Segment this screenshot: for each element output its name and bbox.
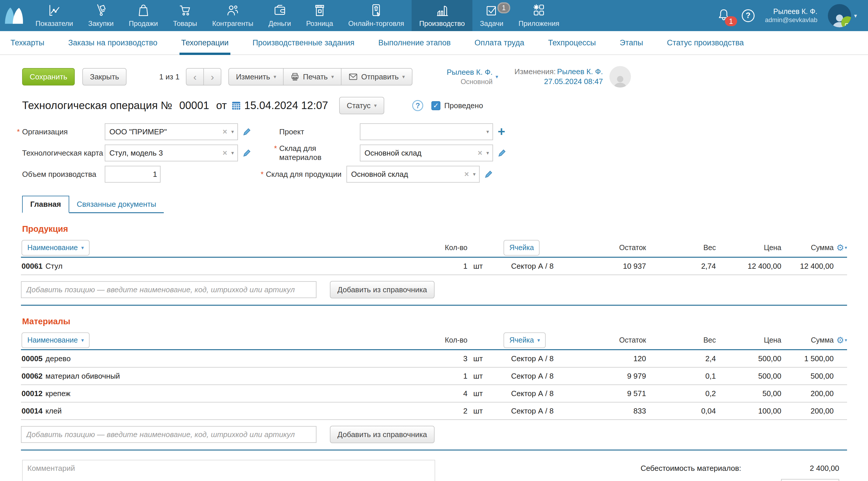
nav-item-online-trade[interactable]: Онлайн-торговля (341, 0, 412, 31)
product-code: 00061 (22, 262, 42, 270)
help-button[interactable]: ? (742, 9, 754, 22)
material-row[interactable]: 00012крепеж 4 шт Сектор А / 8 9 571 0,2 … (21, 385, 847, 403)
chevron-down-icon[interactable]: ▾ (473, 171, 475, 177)
products-cell-column-button[interactable]: Ячейка (503, 240, 539, 256)
materials-store-combobox[interactable]: Основной склад × ▾ (360, 145, 493, 161)
clear-icon[interactable]: × (222, 149, 227, 158)
chevron-down-icon: ▾ (331, 74, 334, 79)
materials-add-from-catalog-button[interactable]: Добавить из справочника (330, 426, 435, 443)
materials-cell-column-button[interactable]: Ячейка ▾ (503, 332, 546, 348)
chart-icon (47, 3, 62, 18)
posted-checkbox[interactable]: ✓ (431, 101, 440, 110)
tab-linked-documents[interactable]: Связанные документы (69, 196, 164, 212)
prev-document-button[interactable]: ‹ (186, 68, 204, 86)
posted-help-icon[interactable]: ? (412, 100, 423, 111)
materials-store-label: Склад для материалов (279, 144, 360, 162)
org-combobox[interactable]: ООО "ПРИМЕР" × ▾ (105, 123, 238, 140)
nav-item-retail[interactable]: Розница (299, 0, 341, 31)
org-edit-pencil-icon[interactable] (243, 127, 251, 136)
comment-textarea[interactable] (22, 460, 435, 481)
subnav-techcards[interactable]: Техкарты (10, 31, 44, 54)
material-unit: шт (467, 389, 492, 398)
print-dropdown-button[interactable]: Печать ▾ (283, 68, 341, 86)
production-cost-input[interactable] (781, 479, 839, 481)
products-store-edit-pencil-icon[interactable] (484, 170, 493, 179)
nav-item-apps[interactable]: Приложения (511, 0, 567, 31)
material-price: 50,00 (716, 389, 781, 398)
material-name: дерево (45, 354, 71, 363)
volume-input[interactable] (105, 166, 161, 183)
nav-label: Товары (173, 20, 197, 28)
subnav-labor-payment[interactable]: Оплата труда (474, 31, 524, 54)
materials-add-position-input[interactable] (21, 426, 316, 443)
products-name-column-button[interactable]: Наименование ▾ (22, 240, 90, 256)
notifications-button[interactable]: 1 (716, 7, 731, 24)
clear-icon[interactable]: × (464, 170, 469, 179)
tab-main[interactable]: Главная (22, 196, 69, 213)
owner-selector[interactable]: Рылеев К. Ф. Основной ▾ (447, 67, 498, 86)
moysklad-logo[interactable] (0, 0, 28, 31)
materials-store-edit-pencil-icon[interactable] (498, 149, 506, 157)
subnav-production-orders[interactable]: Заказы на производство (68, 31, 157, 54)
doc-datetime[interactable]: 15.04.2024 12:07 (244, 99, 328, 112)
products-add-from-catalog-button[interactable]: Добавить из справочника (330, 281, 435, 298)
nav-item-production[interactable]: Производство (412, 0, 472, 31)
chevron-down-icon[interactable]: ▾ (845, 245, 847, 250)
clear-icon[interactable]: × (222, 127, 227, 136)
table-settings-gear-icon[interactable]: ⚙ (836, 336, 844, 345)
chevron-down-icon[interactable]: ▾ (845, 337, 847, 343)
clear-icon[interactable]: × (477, 149, 482, 158)
chevron-down-icon[interactable]: ▾ (231, 129, 234, 134)
calendar-icon[interactable] (231, 101, 241, 110)
send-dropdown-button[interactable]: Отправить ▾ (341, 68, 412, 86)
tech-card-edit-pencil-icon[interactable] (243, 149, 251, 157)
chevron-down-icon[interactable]: ▾ (486, 150, 489, 156)
subnav-techprocesses[interactable]: Техпроцессы (548, 31, 596, 54)
changes-author-avatar (610, 66, 631, 88)
owner-name-link[interactable]: Рылеев К. Ф. (447, 67, 493, 77)
edit-dropdown-button[interactable]: Изменить ▾ (228, 68, 284, 86)
topnav-right: 1 ? Рылеев К. Ф. admin@sevkavlab ▾ (716, 0, 868, 31)
subnav-stage-execution[interactable]: Выполнение этапов (378, 31, 451, 54)
add-project-button[interactable]: + (498, 125, 505, 138)
material-row[interactable]: 00014клей 2 шт Сектор А / 8 833 0,04 100… (21, 403, 847, 420)
changes-author-link[interactable]: Рылеев К. Ф. (557, 67, 603, 76)
material-row[interactable]: 00062материал обивочный 1 шт Сектор А / … (21, 367, 847, 385)
changes-datetime-link[interactable]: 27.05.2024 08:47 (544, 77, 603, 86)
product-row[interactable]: 00061Стул 1 шт Сектор А / 8 10 937 2,74 … (21, 258, 847, 275)
user-block[interactable]: Рылеев К. Ф. admin@sevkavlab (765, 7, 817, 24)
subnav-production-status[interactable]: Статус производства (667, 31, 744, 54)
project-combobox[interactable]: ▾ (360, 123, 493, 140)
products-store-combobox[interactable]: Основной склад × ▾ (346, 166, 480, 183)
nav-item-counterparties[interactable]: Контрагенты (205, 0, 261, 31)
table-settings-gear-icon[interactable]: ⚙ (836, 244, 844, 252)
subnav-production-tasks[interactable]: Производственные задания (252, 31, 354, 54)
chevron-down-icon[interactable]: ▾ (231, 150, 234, 156)
user-avatar[interactable]: ▾ (828, 4, 857, 27)
material-row[interactable]: 00005дерево 3 шт Сектор А / 8 120 2,4 50… (21, 350, 847, 367)
nav-item-money[interactable]: Деньги (261, 0, 299, 31)
nav-item-purchases[interactable]: Закупки (81, 0, 121, 31)
tech-card-combobox[interactable]: Стул, модель 3 × ▾ (105, 145, 238, 161)
material-weight: 2,4 (646, 354, 716, 363)
products-store-label: Склад для продукции (266, 170, 346, 179)
stock-column-header: Остаток (579, 244, 646, 252)
status-dropdown-button[interactable]: Статус ▾ (339, 97, 384, 114)
nav-item-indicators[interactable]: Показатели (28, 0, 81, 31)
doc-number[interactable]: 00001 (179, 99, 209, 112)
material-price: 500,00 (716, 354, 781, 363)
products-section-divider (21, 305, 847, 306)
next-document-button[interactable]: › (203, 68, 221, 86)
material-cell: Сектор А / 8 (492, 407, 579, 416)
material-stock: 9 571 (579, 389, 646, 398)
subnav-stages[interactable]: Этапы (620, 31, 643, 54)
nav-item-sales[interactable]: Продажи (121, 0, 165, 31)
nav-item-tasks[interactable]: Задачи 1 (472, 0, 511, 31)
materials-name-column-button[interactable]: Наименование ▾ (22, 332, 90, 348)
chevron-down-icon[interactable]: ▾ (486, 129, 489, 134)
save-button[interactable]: Сохранить (22, 68, 75, 86)
nav-item-goods[interactable]: Товары (165, 0, 205, 31)
close-button[interactable]: Закрыть (82, 68, 127, 86)
products-add-position-input[interactable] (21, 281, 316, 298)
subnav-techoperations[interactable]: Техоперации (181, 31, 229, 54)
